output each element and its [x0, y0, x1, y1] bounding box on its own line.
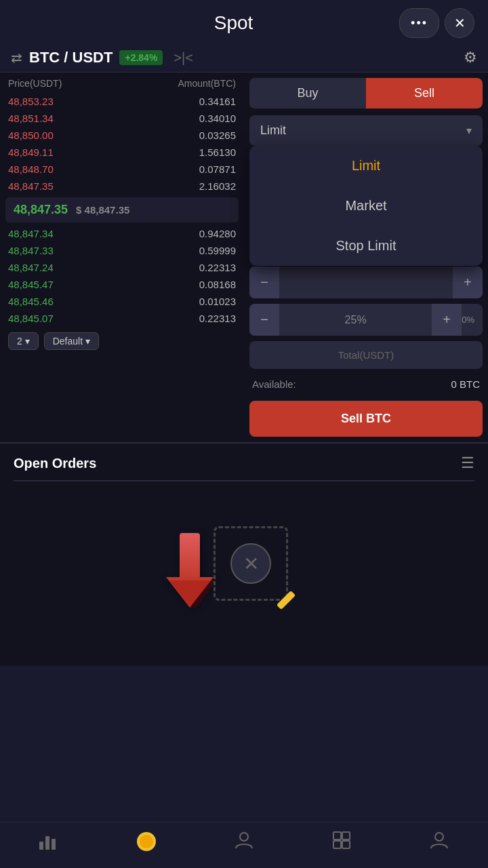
markets-icon: [38, 831, 60, 854]
empty-orders-icon: ✕: [214, 526, 288, 601]
ob-amount-header: Amount(BTC): [178, 78, 236, 89]
available-label: Available:: [252, 378, 296, 390]
order-type-wrapper: Limit ▾ Limit Market Stop Limit: [249, 115, 483, 146]
sell-orders-list: 48,853.23 0.34161 48,851.34 0.34010 48,8…: [0, 93, 244, 195]
empty-state-visual: ✕: [200, 519, 288, 601]
orders-divider: [14, 480, 474, 481]
amount-input[interactable]: 25%: [279, 306, 432, 334]
svg-rect-10: [342, 832, 350, 840]
profile-icon: [235, 831, 253, 854]
svg-rect-0: [180, 533, 200, 580]
mid-price-value: 48,847.35: [14, 203, 68, 217]
svg-rect-3: [39, 842, 43, 850]
pair-header: ⇄ BTC / USDT +2.84% >|< ⚙: [0, 43, 488, 73]
swap-icon[interactable]: ⇄: [11, 50, 22, 66]
account-icon: [430, 831, 449, 854]
nav-item-account[interactable]: [390, 831, 488, 857]
ob-buy-row: 48,847.33 0.59999: [0, 242, 244, 259]
nav-item-profile[interactable]: [195, 831, 293, 857]
close-button[interactable]: ✕: [445, 8, 474, 38]
ob-sell-row: 48,848.70 0.07871: [0, 161, 244, 178]
ob-buy-row: 48,847.24 0.22313: [0, 259, 244, 276]
amount-increment-button[interactable]: +: [432, 304, 462, 336]
main-content: Price(USDT) Amount(BTC) 48,853.23 0.3416…: [0, 73, 488, 442]
amount-decrement-button[interactable]: −: [249, 304, 279, 336]
tab-sell[interactable]: Sell: [366, 78, 483, 108]
tab-buy[interactable]: Buy: [249, 78, 366, 108]
svg-rect-12: [342, 841, 350, 848]
order-type-selector[interactable]: Limit ▾: [249, 115, 483, 146]
ob-sell-row: 48,847.35 2.16032: [0, 178, 244, 195]
empty-state: ✕: [14, 492, 474, 655]
nav-item-portfolio[interactable]: [293, 831, 390, 857]
amount-input-row: − 25% + 0%: [249, 304, 483, 336]
ob-sell-row: 48,853.23 0.34161: [0, 93, 244, 110]
dashed-border: ✕: [214, 526, 288, 601]
price-input-row: − +: [249, 267, 483, 298]
page-title: Spot: [68, 12, 399, 34]
ob-sell-row: 48,849.11 1.56130: [0, 144, 244, 161]
available-row: Available: 0 BTC: [249, 374, 483, 394]
available-value: 0 BTC: [451, 378, 480, 390]
bottom-nav: [0, 822, 488, 868]
trade-icon: [136, 831, 157, 857]
ob-buy-row: 48,845.47 0.08168: [0, 276, 244, 293]
open-orders-header: Open Orders ☰: [14, 454, 474, 472]
order-type-label: Limit: [260, 123, 286, 138]
order-book: Price(USDT) Amount(BTC) 48,853.23 0.3416…: [0, 73, 244, 442]
buy-sell-tabs: Buy Sell: [249, 78, 483, 108]
amount-unit: 0%: [462, 315, 483, 325]
svg-marker-2: [169, 580, 217, 608]
dropdown-item-market[interactable]: Market: [249, 186, 483, 226]
sell-btc-button[interactable]: Sell BTC: [249, 401, 483, 437]
top-bar: Spot ••• ✕: [0, 0, 488, 43]
nav-item-markets[interactable]: [0, 831, 98, 857]
total-placeholder: Total(USDT): [338, 349, 394, 361]
more-options-button[interactable]: •••: [399, 8, 439, 38]
top-bar-actions: ••• ✕: [399, 8, 474, 38]
price-increment-button[interactable]: +: [453, 267, 483, 298]
trade-panel: Buy Sell Limit ▾ Limit Market Stop Limit: [244, 73, 488, 442]
svg-rect-9: [333, 832, 341, 840]
open-orders-list-icon[interactable]: ☰: [461, 454, 474, 472]
svg-rect-4: [45, 836, 49, 850]
portfolio-icon: [332, 831, 351, 854]
price-input[interactable]: [279, 275, 453, 291]
dropdown-item-stop-limit[interactable]: Stop Limit: [249, 226, 483, 266]
cross-icon: ✕: [230, 543, 271, 584]
ob-buy-row: 48,845.46 0.01023: [0, 293, 244, 310]
buy-orders-list: 48,847.34 0.94280 48,847.33 0.59999 48,8…: [0, 225, 244, 327]
svg-point-8: [240, 833, 248, 841]
svg-rect-11: [333, 841, 341, 848]
ob-default-button[interactable]: Default ▾: [44, 332, 99, 350]
chevron-down-icon: ▾: [466, 124, 472, 137]
pair-change-badge: +2.84%: [119, 50, 163, 65]
svg-point-7: [140, 835, 153, 848]
nav-item-trade[interactable]: [98, 831, 195, 857]
ob-controls: 2 ▾ Default ▾: [0, 327, 244, 355]
open-orders-title: Open Orders: [14, 456, 96, 471]
mid-usd-value: $ 48,847.35: [76, 204, 129, 216]
open-orders-section: Open Orders ☰: [0, 442, 488, 666]
ob-buy-row: 48,847.34 0.94280: [0, 225, 244, 242]
ob-buy-row: 48,845.07 0.22313: [0, 310, 244, 327]
ob-sell-row: 48,851.34 0.34010: [0, 110, 244, 127]
svg-rect-5: [52, 839, 56, 850]
pair-divider-icon[interactable]: >|<: [174, 50, 193, 66]
ob-depth-button[interactable]: 2 ▾: [8, 332, 39, 350]
chart-settings-icon[interactable]: ⚙: [464, 49, 477, 66]
dropdown-item-limit[interactable]: Limit: [249, 146, 483, 186]
total-row: Total(USDT): [249, 341, 483, 369]
ob-mid-price: 48,847.35 $ 48,847.35: [5, 197, 239, 222]
down-arrow-icon: [159, 533, 220, 610]
price-decrement-button[interactable]: −: [249, 267, 279, 298]
svg-point-13: [435, 833, 443, 841]
order-type-dropdown: Limit Market Stop Limit: [249, 146, 483, 266]
ob-headers: Price(USDT) Amount(BTC): [0, 78, 244, 93]
pair-name[interactable]: BTC / USDT: [29, 49, 113, 66]
ob-price-header: Price(USDT): [8, 78, 62, 89]
ob-sell-row: 48,850.00 0.03265: [0, 127, 244, 144]
